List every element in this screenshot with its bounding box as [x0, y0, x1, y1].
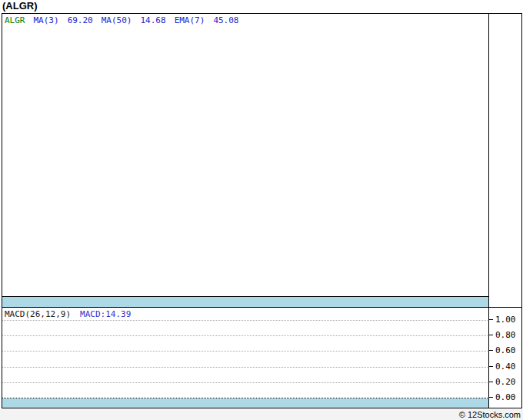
macd-gridline-060: [2, 351, 489, 352]
copyright-brand: © 12Stocks.com: [459, 410, 521, 419]
macd-bottom-band: [2, 398, 489, 408]
macd-indicator-value: MACD:14.39: [80, 309, 131, 319]
y-axis-separator: [488, 14, 489, 408]
price-bottom-band: [2, 297, 489, 307]
ema7-label: EMA(7): [175, 15, 205, 25]
chart-title: (ALGR): [2, 0, 38, 12]
macd-ytick-020: 0.20: [495, 378, 521, 387]
macd-ytick-080: 0.80: [495, 331, 521, 340]
ma50-label: MA(50): [102, 15, 132, 25]
macd-ytick-040: 0.40: [495, 362, 521, 372]
chart-frame: ALGR MA(3) 69.20 MA(50) 14.68 EMA(7) 45.…: [2, 13, 522, 408]
ema7-value: 45.08: [213, 15, 238, 25]
ma3-value: 69.20: [68, 15, 93, 25]
macd-ytick-100: 1.00: [495, 315, 521, 325]
macd-gridline-020: [2, 382, 489, 383]
price-panel: ALGR MA(3) 69.20 MA(50) 14.68 EMA(7) 45.…: [2, 14, 489, 297]
ma50-value: 14.68: [141, 15, 166, 25]
macd-gridline-100: [2, 320, 489, 321]
macd-legend: MACD(26,12,9) MACD:14.39: [5, 309, 131, 319]
macd-indicator-label: MACD(26,12,9): [5, 309, 71, 319]
macd-ytick-060: 0.60: [495, 346, 521, 355]
macd-panel-top-border: [2, 307, 521, 308]
ticker-symbol: ALGR: [5, 15, 25, 25]
macd-gridline-040: [2, 367, 489, 368]
price-legend: ALGR MA(3) 69.20 MA(50) 14.68 EMA(7) 45.…: [5, 15, 239, 25]
macd-gridline-080: [2, 335, 489, 336]
footer: © 12Stocks.com: [0, 409, 523, 420]
ma3-label: MA(3): [34, 15, 59, 25]
macd-ytick-000: 0.00: [495, 393, 521, 402]
